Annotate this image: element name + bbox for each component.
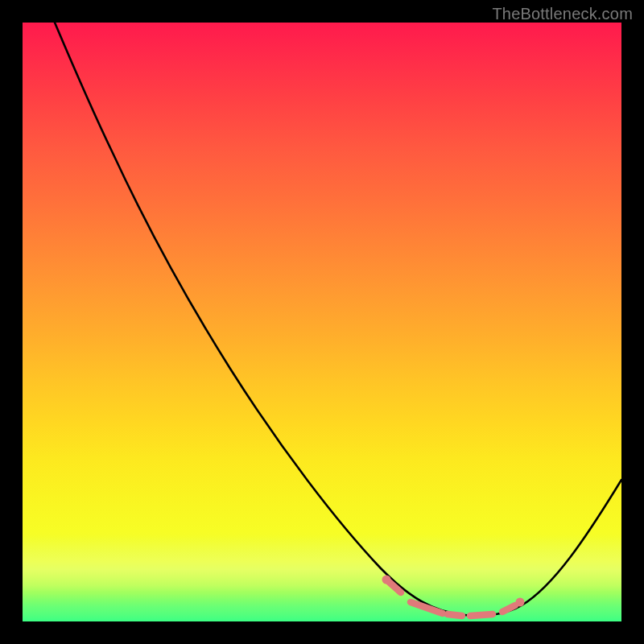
marker-dot-right — [516, 598, 525, 607]
curve-left-branch — [55, 23, 464, 615]
marker-dot-left — [382, 576, 391, 584]
marker-seg-1 — [386, 580, 401, 592]
bottleneck-curve — [23, 23, 621, 621]
plot-area — [23, 23, 621, 621]
lowlight-band — [23, 536, 621, 592]
curve-right-branch — [464, 480, 621, 616]
chart-frame: TheBottleneck.com — [0, 0, 644, 644]
watermark-text: TheBottleneck.com — [492, 5, 633, 23]
optimal-band — [23, 594, 621, 621]
marker-seg-2 — [411, 602, 443, 613]
optimal-markers — [382, 576, 525, 617]
marker-seg-5 — [502, 605, 515, 612]
marker-seg-4 — [470, 614, 493, 616]
marker-seg-3 — [448, 614, 462, 616]
